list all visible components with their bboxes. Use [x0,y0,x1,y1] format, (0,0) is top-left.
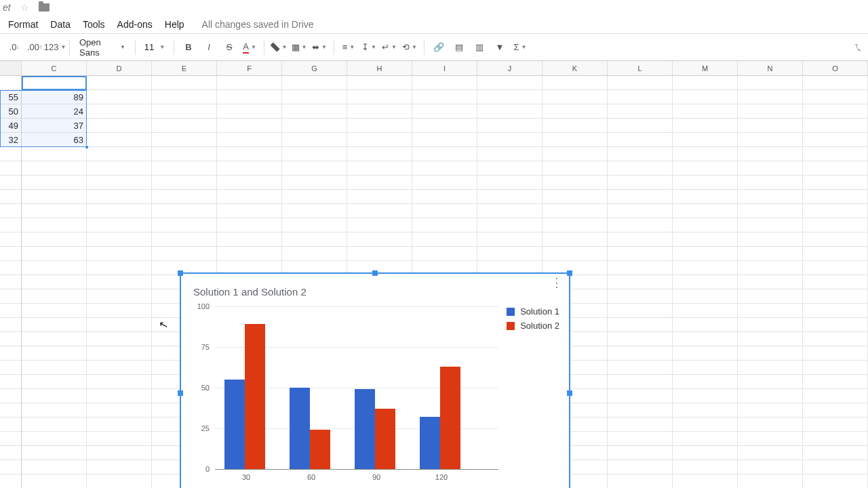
cell-C9[interactable] [22,190,87,204]
cell-D29[interactable] [87,474,152,488]
resize-handle-tl[interactable] [178,270,183,276]
cell-I10[interactable] [412,204,477,218]
cell-b3[interactable]: 50 [0,104,22,119]
cell-L19[interactable] [608,332,673,346]
cell-E6[interactable] [152,147,217,161]
filter-button[interactable]: ▼ [491,39,509,56]
cell-b24[interactable] [0,403,22,418]
cell-E1[interactable] [152,76,217,90]
cell-O12[interactable] [803,232,868,247]
cell-E4[interactable] [152,119,217,133]
cell-H11[interactable] [347,218,412,232]
cell-M17[interactable] [673,304,738,318]
cell-M23[interactable] [673,389,738,403]
cell-b4[interactable]: 49 [0,119,22,133]
chart-object[interactable]: ⋮ Solution 1 and Solution 2 0255075100 3… [180,272,570,488]
cell-E8[interactable] [152,176,217,190]
cell-b14[interactable] [0,261,22,275]
cell-K3[interactable] [542,104,608,119]
cell-C7[interactable] [22,161,87,176]
cell-L18[interactable] [608,318,673,332]
cell-J7[interactable] [477,161,542,176]
col-header-E[interactable]: E [152,61,217,75]
cell-J13[interactable] [477,247,542,261]
resize-handle-tm[interactable] [372,270,378,276]
cell-N23[interactable] [738,389,803,403]
cell-I8[interactable] [412,176,477,190]
cell-D19[interactable] [87,332,152,346]
cell-D18[interactable] [87,318,152,332]
cell-M24[interactable] [673,403,738,418]
cell-I5[interactable] [412,133,477,147]
cell-F12[interactable] [217,232,282,247]
cell-K12[interactable] [542,232,608,247]
cell-M13[interactable] [673,247,738,261]
cell-G12[interactable] [282,232,347,247]
v-align-button[interactable]: ↧▼ [360,39,378,56]
cell-J12[interactable] [477,232,542,247]
increase-decimal-button[interactable]: .00↑ [26,39,43,56]
cell-J11[interactable] [477,218,542,232]
cell-O17[interactable] [803,304,868,318]
cell-N14[interactable] [738,261,803,275]
cell-C29[interactable] [22,474,87,488]
cell-C2[interactable]: 89 [22,90,87,104]
cell-C22[interactable] [22,375,87,389]
cell-G4[interactable] [282,119,347,133]
cell-O21[interactable] [803,361,868,375]
cell-C10[interactable] [22,204,87,218]
cell-L7[interactable] [608,161,673,176]
cell-E9[interactable] [152,190,217,204]
col-header-H[interactable]: H [347,61,412,75]
cell-O24[interactable] [803,403,868,418]
cell-M1[interactable] [673,76,738,90]
cell-E5[interactable] [152,133,217,147]
cell-C3[interactable]: 24 [22,104,87,119]
cell-C17[interactable] [22,304,87,318]
italic-button[interactable]: I [200,39,218,56]
cell-C21[interactable] [22,361,87,375]
decrease-decimal-button[interactable]: .0↓ [5,39,23,56]
cell-b23[interactable] [0,389,22,403]
cell-O6[interactable] [803,147,868,161]
resize-handle-tr[interactable] [567,270,572,276]
cell-M15[interactable] [673,275,738,289]
cell-C23[interactable] [22,389,87,403]
cell-M6[interactable] [673,147,738,161]
cell-N11[interactable] [738,218,803,232]
cell-K5[interactable] [542,133,608,147]
cell-N4[interactable] [738,119,803,133]
col-header-O[interactable]: O [803,61,868,75]
cell-J8[interactable] [477,176,542,190]
insert-comment-button[interactable]: ▤ [450,39,468,56]
cell-D21[interactable] [87,361,152,375]
cell-I13[interactable] [412,247,477,261]
cell-C20[interactable] [22,346,87,361]
cell-H5[interactable] [347,133,412,147]
cell-J3[interactable] [477,104,542,119]
cell-J4[interactable] [477,119,542,133]
cell-N20[interactable] [738,346,803,361]
corner-cell[interactable] [0,61,22,75]
col-header-K[interactable]: K [542,61,608,75]
cell-b22[interactable] [0,375,22,389]
cell-L14[interactable] [608,261,673,275]
cell-O23[interactable] [803,389,868,403]
cell-E7[interactable] [152,161,217,176]
cell-C28[interactable] [22,460,87,474]
cell-C16[interactable] [22,289,87,304]
cell-D5[interactable] [87,133,152,147]
cell-D7[interactable] [87,161,152,176]
cell-M26[interactable] [673,432,738,446]
col-header-D[interactable]: D [87,61,152,75]
cell-K9[interactable] [542,190,608,204]
cell-M2[interactable] [673,90,738,104]
cell-M4[interactable] [673,119,738,133]
cell-O3[interactable] [803,104,868,119]
cell-H6[interactable] [347,147,412,161]
cell-C24[interactable] [22,403,87,418]
cell-L29[interactable] [608,474,673,488]
cell-D24[interactable] [87,403,152,418]
cell-G6[interactable] [282,147,347,161]
cell-M27[interactable] [673,446,738,460]
